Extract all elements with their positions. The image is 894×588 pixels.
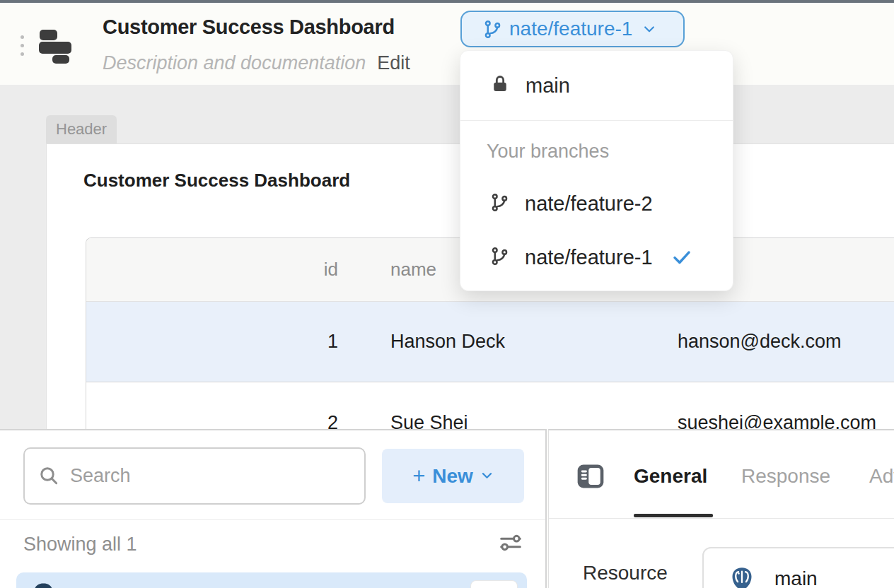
table-row[interactable]: 2 Sue Shei sueshei@example.com xyxy=(86,382,894,429)
new-query-label: New xyxy=(432,465,473,488)
tab-response[interactable]: Response xyxy=(741,465,830,488)
toggle-side-panel-button[interactable] xyxy=(575,461,606,492)
edit-description-link[interactable]: Edit xyxy=(377,52,410,74)
resource-select[interactable]: main xyxy=(702,547,894,588)
query-list-panel: + New Showing all 1 xyxy=(0,429,547,588)
menu-item-branch[interactable]: nate/feature-2 xyxy=(460,184,733,223)
page-description: Description and documentation xyxy=(103,52,366,74)
lock-icon xyxy=(490,74,510,97)
tab-general[interactable]: General xyxy=(634,465,707,488)
query-inspector-panel: General Response Advanced Resource main xyxy=(548,429,894,588)
cell-id: 1 xyxy=(86,331,338,353)
branch-dropdown-menu: main Your branches nate/feature-2 nate/f… xyxy=(460,50,733,291)
git-branch-icon xyxy=(490,193,509,215)
check-icon xyxy=(671,247,692,268)
branch-selector-button[interactable]: nate/feature-1 xyxy=(460,11,685,47)
resource-field-label: Resource xyxy=(583,562,668,584)
cell-name: Sue Shei xyxy=(390,412,571,430)
postgres-icon xyxy=(729,566,755,588)
query-item-button[interactable] xyxy=(470,580,518,588)
tab-advanced[interactable]: Advanced xyxy=(869,465,894,488)
git-branch-icon xyxy=(490,247,509,269)
cell-email: sueshei@example.com xyxy=(678,412,876,430)
column-header-id[interactable]: id xyxy=(86,259,338,281)
branch-name: main xyxy=(526,74,570,98)
page-title: Customer Success Dashboard xyxy=(103,16,395,39)
postgres-icon xyxy=(32,582,54,588)
panel-divider xyxy=(549,518,894,519)
new-query-button[interactable]: + New xyxy=(382,449,524,503)
app-window: Customer Success Dashboard Description a… xyxy=(0,0,894,588)
panel-layout-icon xyxy=(575,461,606,492)
chevron-down-icon xyxy=(480,469,494,484)
component-badge: Header xyxy=(46,115,117,143)
current-branch-label: nate/feature-1 xyxy=(509,18,632,40)
app-logo-icon xyxy=(39,29,73,63)
git-branch-icon xyxy=(483,20,502,39)
widget-title: Customer Success Dashboard xyxy=(83,170,350,192)
branch-name: nate/feature-1 xyxy=(525,246,653,269)
result-count-text: Showing all 1 xyxy=(23,534,137,555)
menu-item-main-branch[interactable]: main xyxy=(460,64,733,107)
panel-divider xyxy=(0,519,545,520)
menu-section-label: Your branches xyxy=(487,141,733,163)
plus-icon: + xyxy=(412,464,425,489)
menu-item-branch-selected[interactable]: nate/feature-1 xyxy=(460,237,733,277)
active-tab-underline xyxy=(634,514,713,517)
cell-name: Hanson Deck xyxy=(390,331,571,353)
cell-id: 2 xyxy=(86,412,338,430)
search-field-wrap xyxy=(23,447,366,505)
menu-divider xyxy=(460,120,733,121)
query-list-item[interactable] xyxy=(16,572,527,588)
table-row[interactable]: 1 Hanson Deck hanson@deck.com xyxy=(86,302,894,382)
chevron-down-icon xyxy=(642,22,656,36)
search-input[interactable] xyxy=(23,447,366,505)
page-subtitle-row: Description and documentationEdit xyxy=(103,52,410,74)
drag-handle-icon[interactable] xyxy=(21,35,24,56)
branch-name: nate/feature-2 xyxy=(525,192,653,216)
resource-value: main xyxy=(774,568,818,588)
editor-canvas: Header Customer Success Dashboard id nam… xyxy=(0,85,894,429)
app-header: Customer Success Dashboard Description a… xyxy=(0,3,894,85)
cell-email: hanson@deck.com xyxy=(678,331,842,353)
sliders-filter-icon xyxy=(497,529,525,559)
filter-button[interactable] xyxy=(496,529,526,558)
